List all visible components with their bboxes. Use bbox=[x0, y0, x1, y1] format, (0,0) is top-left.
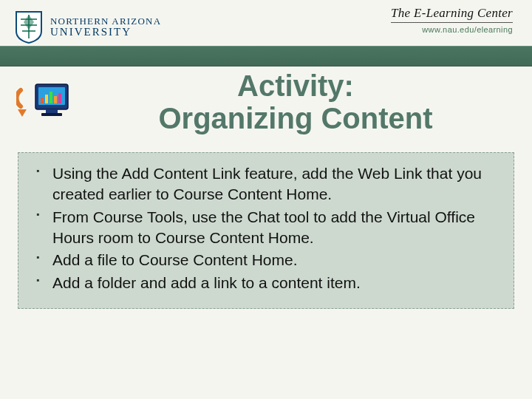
header: NORTHERN ARIZONA UNIVERSITY The E-Learni… bbox=[0, 0, 532, 58]
list-item: Using the Add Content Link feature, add … bbox=[33, 163, 499, 205]
content-box: Using the Add Content Link feature, add … bbox=[18, 152, 514, 309]
list-item: Add a file to Course Content Home. bbox=[33, 250, 499, 270]
list-item: From Course Tools, use the Chat tool to … bbox=[33, 207, 499, 249]
header-right: The E-Learning Center www.nau.edu/elearn… bbox=[391, 6, 513, 34]
title-line2: Organizing Content bbox=[158, 102, 432, 134]
center-title: The E-Learning Center bbox=[391, 6, 513, 23]
logo-line1: NORTHERN ARIZONA bbox=[50, 16, 161, 27]
slide-title: Activity: Organizing Content bbox=[0, 69, 532, 134]
header-divider-bar bbox=[0, 46, 532, 66]
title-line1: Activity: bbox=[237, 69, 354, 102]
nau-shield-icon bbox=[13, 10, 44, 44]
list-item: Add a folder and add a link to a content… bbox=[33, 273, 499, 293]
bullet-list: Using the Add Content Link feature, add … bbox=[33, 163, 499, 293]
logo-text: NORTHERN ARIZONA UNIVERSITY bbox=[50, 16, 161, 38]
logo-line2: UNIVERSITY bbox=[50, 27, 161, 38]
logo: NORTHERN ARIZONA UNIVERSITY bbox=[13, 10, 161, 44]
center-url: www.nau.edu/elearning bbox=[391, 25, 513, 34]
